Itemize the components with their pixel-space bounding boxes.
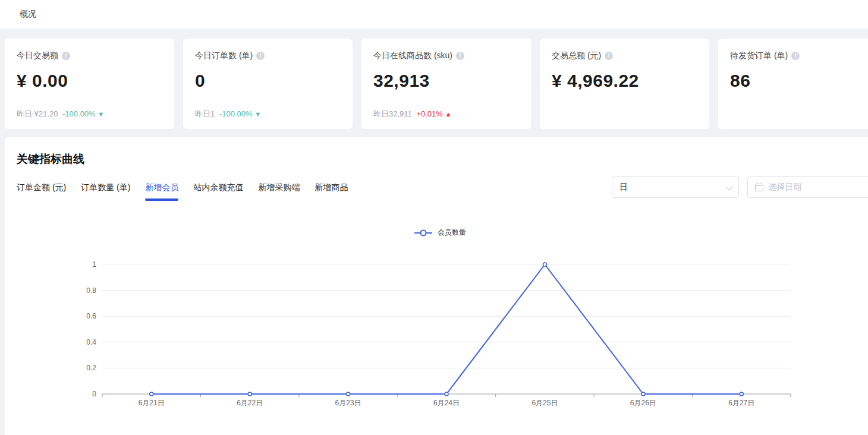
chevron-down-icon [726, 182, 734, 190]
svg-text:0: 0 [92, 390, 96, 398]
change-percent: -100.00% ▼ [62, 109, 104, 118]
stat-card-pending-shipment: 待发货订单 (单) ! 86 [718, 39, 868, 129]
svg-text:6月26日: 6月26日 [630, 399, 656, 407]
tab-new-purchasers[interactable]: 新增采购端 [258, 182, 300, 201]
legend-label: 会员数量 [438, 228, 466, 238]
yesterday-value: 昨日1 [195, 109, 215, 118]
yesterday-value: 昨日32,911 [373, 109, 412, 118]
tab-order-amount[interactable]: 订单金额 (元) [17, 182, 66, 201]
chart-legend[interactable]: 会员数量 [83, 228, 797, 238]
stat-card-total-transaction: 交易总额 (元) ! ¥ 4,969.22 [540, 39, 709, 129]
stat-card-title: 今日订单数 (单) [195, 51, 253, 61]
svg-text:6月22日: 6月22日 [237, 399, 263, 407]
section-title: 关键指标曲线 [17, 152, 868, 167]
info-icon[interactable]: ! [605, 52, 613, 60]
tab-order-count[interactable]: 订单数量 (单) [81, 182, 130, 201]
stat-card-value: ¥ 4,969.22 [552, 71, 697, 91]
change-percent: -100.00% ▼ [219, 109, 261, 118]
stat-card-value: ¥ 0.00 [17, 71, 162, 91]
trend-up-icon: ▲ [445, 111, 452, 118]
svg-text:0.2: 0.2 [86, 364, 96, 372]
legend-marker-icon [414, 229, 433, 237]
calendar-icon [755, 184, 763, 191]
tab-balance-recharge[interactable]: 站内余额充值 [193, 182, 243, 201]
stat-card-title: 今日交易额 [17, 51, 58, 61]
stat-card-value: 86 [730, 71, 868, 91]
period-select[interactable]: 日 [612, 176, 739, 198]
top-bar: 概况 [0, 0, 868, 29]
stat-card-footer: 昨日 ¥21.20 -100.00% ▼ [17, 109, 104, 119]
svg-text:0.6: 0.6 [86, 312, 96, 320]
stat-card-value: 0 [195, 71, 341, 91]
svg-text:1: 1 [92, 260, 96, 269]
svg-text:0.4: 0.4 [86, 338, 96, 346]
stat-card-today-transaction: 今日交易额 ! ¥ 0.00 昨日 ¥21.20 -100.00% ▼ [5, 39, 174, 129]
svg-text:6月27日: 6月27日 [728, 399, 754, 407]
svg-text:6月24日: 6月24日 [433, 399, 460, 407]
stat-card-footer: 昨日1 -100.00% ▼ [195, 109, 261, 119]
info-icon[interactable]: ! [791, 52, 800, 60]
stat-card-title: 待发货订单 (单) [730, 51, 788, 61]
stat-card-value: 32,913 [373, 71, 519, 91]
stat-cards-row: 今日交易额 ! ¥ 0.00 昨日 ¥21.20 -100.00% ▼ 今日订单… [5, 39, 868, 129]
svg-text:0.8: 0.8 [86, 286, 96, 295]
date-picker-placeholder: 选择日期 [768, 182, 801, 193]
stat-card-today-orders: 今日订单数 (单) ! 0 昨日1 -100.00% ▼ [183, 39, 353, 129]
change-percent: +0.01% ▲ [416, 109, 451, 118]
breadcrumb: 概况 [20, 9, 36, 20]
svg-text:6月25日: 6月25日 [532, 399, 558, 407]
tab-new-products[interactable]: 新增商品 [315, 182, 348, 201]
yesterday-value: 昨日 ¥21.20 [17, 109, 58, 118]
stat-card-online-sku: 今日在线商品数 (sku) ! 32,913 昨日32,911 +0.01% ▲ [361, 39, 531, 129]
chart-panel: 关键指标曲线 订单金额 (元) 订单数量 (单) 新增会员 站内余额充值 新增采… [5, 137, 868, 435]
chart-tabs: 订单金额 (元) 订单数量 (单) 新增会员 站内余额充值 新增采购端 新增商品 [17, 182, 868, 201]
period-select-value: 日 [619, 182, 726, 193]
info-icon[interactable]: ! [256, 52, 265, 60]
line-chart[interactable]: 00.20.40.60.816月21日6月22日6月23日6月24日6月25日6… [83, 255, 797, 412]
tab-new-members[interactable]: 新增会员 [145, 182, 178, 201]
trend-down-icon: ▼ [98, 111, 104, 118]
trend-down-icon: ▼ [254, 111, 261, 118]
date-picker[interactable]: 选择日期 [747, 176, 868, 198]
info-icon[interactable]: ! [62, 52, 70, 60]
stat-card-title: 交易总额 (元) [552, 51, 601, 61]
stat-card-title: 今日在线商品数 (sku) [373, 51, 452, 61]
svg-text:6月23日: 6月23日 [335, 399, 361, 407]
info-icon[interactable]: ! [456, 52, 464, 60]
stat-card-footer: 昨日32,911 +0.01% ▲ [373, 109, 451, 119]
svg-text:6月21日: 6月21日 [139, 399, 165, 407]
